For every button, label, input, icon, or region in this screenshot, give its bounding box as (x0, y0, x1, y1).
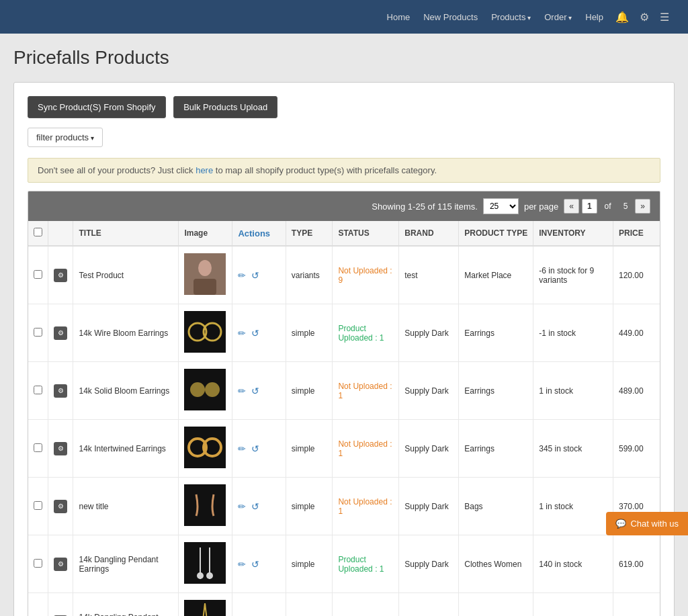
bulk-upload-button[interactable]: Bulk Products Upload (173, 96, 277, 118)
row-image-cell (179, 535, 232, 593)
nav-new-products[interactable]: New Products (423, 12, 478, 22)
row-checkbox[interactable] (34, 501, 42, 510)
row-checkbox[interactable] (34, 328, 42, 337)
row-type: simple (286, 362, 333, 420)
row-type: simple (286, 478, 333, 535)
refresh-icon[interactable]: ↺ (251, 559, 259, 570)
refresh-icon[interactable]: ↺ (251, 443, 259, 454)
row-product-type: Earrings (459, 304, 533, 362)
nav-products[interactable]: Products (491, 12, 531, 22)
row-checkbox[interactable] (34, 559, 42, 568)
chat-button[interactable]: 💬 Chat with us (606, 512, 688, 535)
row-product-type: Clothes Women (459, 535, 533, 593)
row-checkbox-cell (28, 593, 48, 617)
menu-icon[interactable]: ☰ (660, 11, 669, 24)
row-icon-cell: ⚙ (48, 304, 73, 362)
row-actions-cell: ✏ ↺ (232, 478, 286, 535)
row-brand: Supply Dark (399, 593, 459, 617)
row-inventory: 19 in stock (533, 593, 613, 617)
row-product-type: Jwellery (459, 593, 533, 617)
col-actions: Actions (232, 221, 286, 246)
nav-order[interactable]: Order (544, 12, 572, 22)
pagination-prev[interactable]: « (564, 199, 579, 214)
actions-header-link[interactable]: Actions (238, 228, 270, 238)
content-card: Sync Product(S) From Shopify Bulk Produc… (13, 82, 675, 616)
row-settings-icon[interactable]: ⚙ (54, 442, 67, 455)
row-type: simple (286, 535, 333, 593)
nav-help[interactable]: Help (585, 12, 603, 22)
edit-icon[interactable]: ✏ (238, 386, 246, 396)
row-actions-cell: ✏ ↺ (232, 593, 286, 617)
status-badge: Product Uploaded : 1 (338, 555, 384, 574)
row-status: Not Uploaded : 1 (333, 362, 399, 420)
row-price: 579.00 (613, 593, 660, 617)
row-product-type: Market Place (459, 246, 533, 304)
row-status: Product Uploaded : 1 (333, 304, 399, 362)
row-actions-cell: ✏ ↺ (232, 362, 286, 420)
row-inventory: 1 in stock (533, 362, 613, 420)
row-image-cell (179, 304, 232, 362)
row-type: simple (286, 304, 333, 362)
row-brand: Supply Dark (399, 478, 459, 535)
row-settings-icon[interactable]: ⚙ (54, 326, 67, 340)
row-icon-cell: ⚙ (48, 362, 73, 420)
page-title: Pricefalls Products (13, 47, 675, 69)
chat-label: Chat with us (630, 519, 679, 529)
filter-products-button[interactable]: filter products (28, 128, 103, 147)
edit-icon[interactable]: ✏ (238, 501, 246, 512)
table-row: ⚙ 14k Solid Bloom Earrings ✏ ↺ simple No… (28, 362, 660, 420)
per-page-select[interactable]: 25 50 100 (483, 198, 519, 214)
action-buttons: Sync Product(S) From Shopify Bulk Produc… (28, 96, 660, 118)
col-price: PRICE (613, 221, 660, 246)
row-checkbox[interactable] (34, 270, 42, 279)
edit-icon[interactable]: ✏ (238, 328, 246, 339)
row-status: Not Uploaded : 1 (333, 420, 399, 478)
row-type: simple (286, 593, 333, 617)
pagination-current[interactable]: 1 (582, 199, 597, 214)
row-brand: Supply Dark (399, 304, 459, 362)
edit-icon[interactable]: ✏ (238, 270, 246, 281)
bell-icon[interactable]: 🔔 (615, 11, 629, 24)
edit-icon[interactable]: ✏ (238, 559, 246, 570)
table-toolbar: Showing 1-25 of 115 items. 25 50 100 per… (28, 191, 660, 221)
row-checkbox[interactable] (34, 386, 42, 394)
nav-home[interactable]: Home (387, 12, 411, 22)
refresh-icon[interactable]: ↺ (251, 270, 259, 281)
svg-point-16 (197, 572, 204, 579)
svg-point-1 (198, 260, 212, 276)
row-price: 599.00 (613, 420, 660, 478)
products-table-container: Showing 1-25 of 115 items. 25 50 100 per… (28, 191, 660, 616)
row-settings-icon[interactable]: ⚙ (54, 558, 67, 571)
notice-link[interactable]: here (196, 165, 213, 175)
navbar: Home New Products Products Order Help 🔔 … (0, 0, 688, 34)
row-icon-cell: ⚙ (48, 246, 73, 304)
row-image-cell (179, 593, 232, 617)
pagination: « 1 of 5 » (564, 199, 650, 214)
row-actions-cell: ✏ ↺ (232, 246, 286, 304)
pagination-next[interactable]: » (635, 199, 650, 214)
refresh-icon[interactable]: ↺ (251, 386, 259, 396)
row-price: 120.00 (613, 246, 660, 304)
gear-icon[interactable]: ⚙ (640, 11, 649, 24)
refresh-icon[interactable]: ↺ (251, 328, 259, 339)
refresh-icon[interactable]: ↺ (251, 501, 259, 512)
sync-button[interactable]: Sync Product(S) From Shopify (28, 96, 166, 118)
status-badge: Not Uploaded : 1 (338, 497, 392, 516)
notice-prefix: Don't see all of your products? Just cli… (38, 165, 196, 175)
row-icon-cell: ⚙ (48, 535, 73, 593)
row-settings-icon[interactable]: ⚙ (54, 500, 67, 513)
row-title: 14k Dangling Pendant Earrings (73, 593, 179, 617)
edit-icon[interactable]: ✏ (238, 443, 246, 454)
row-settings-icon[interactable]: ⚙ (54, 269, 67, 282)
row-checkbox-cell (28, 535, 48, 593)
row-checkbox[interactable] (34, 443, 42, 452)
row-settings-icon[interactable]: ⚙ (54, 384, 67, 398)
row-brand: test (399, 246, 459, 304)
row-status: Not Uploaded : 1 (333, 478, 399, 535)
row-icon-cell: ⚙ (48, 478, 73, 535)
pagination-total: 5 (619, 200, 633, 213)
row-image-cell (179, 420, 232, 478)
select-all-checkbox[interactable] (34, 228, 42, 236)
row-product-type: Earrings (459, 420, 533, 478)
col-inventory: INVENTORY (533, 221, 613, 246)
